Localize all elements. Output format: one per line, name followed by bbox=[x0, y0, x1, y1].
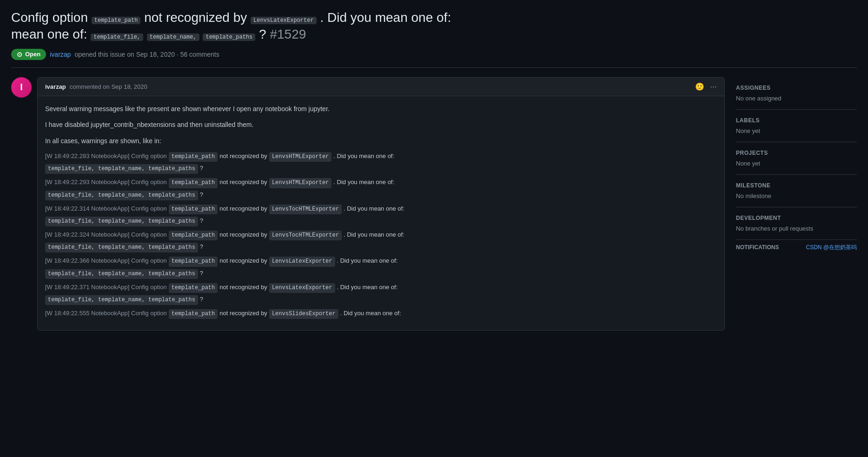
notifications-user[interactable]: CSDN @在想奶茶吗 bbox=[806, 244, 857, 252]
log-prefix-6: [W 18:49:22.555 NotebookApp] Config opti… bbox=[45, 309, 167, 318]
title-code4: template_name, bbox=[147, 33, 199, 41]
log-entries: [W 18:49:22.283 NotebookApp] Config opti… bbox=[45, 152, 717, 319]
log-code-exporter-1: LenvsHTMLExporter bbox=[269, 178, 331, 188]
comment-date: commented on Sep 18, 2020 bbox=[70, 83, 147, 90]
labels-label: Labels bbox=[736, 117, 857, 124]
log-code-main-2: template_path bbox=[169, 205, 218, 214]
log-line-6: [W 18:49:22.555 NotebookApp] Config opti… bbox=[45, 309, 717, 319]
comment-body: Several warning messages like the presen… bbox=[38, 96, 724, 331]
log-code-options-2: template_file, template_name, template_p… bbox=[45, 217, 198, 226]
log-prefix-2: [W 18:49:22.314 NotebookApp] Config opti… bbox=[45, 204, 167, 214]
log-line-4: [W 18:49:22.366 NotebookApp] Config opti… bbox=[45, 256, 717, 266]
page-container: Config option template_path not recogniz… bbox=[0, 0, 868, 340]
sidebar-labels: Labels None yet bbox=[736, 110, 857, 142]
comment-block: I ivarzap commented on Sep 18, 2020 🙂 ··… bbox=[11, 77, 725, 331]
log-prefix-3: [W 18:49:22.324 NotebookApp] Config opti… bbox=[45, 230, 167, 240]
sidebar-milestone: Milestone No milestone bbox=[736, 175, 857, 207]
log-line-3: [W 18:49:22.324 NotebookApp] Config opti… bbox=[45, 230, 717, 240]
log-code-exporter-5: LenvsLatexExporter bbox=[269, 283, 335, 293]
log-entry-2: [W 18:49:22.314 NotebookApp] Config opti… bbox=[45, 204, 717, 226]
log-code-main-1: template_path bbox=[169, 178, 218, 188]
avatar: I bbox=[11, 77, 32, 98]
comment-container: ivarzap commented on Sep 18, 2020 🙂 ··· … bbox=[37, 77, 725, 331]
notifications-label: Notifications bbox=[736, 244, 779, 251]
title-line2-prefix: mean one of: bbox=[11, 27, 87, 41]
log-entry-0: [W 18:49:22.283 NotebookApp] Config opti… bbox=[45, 152, 717, 174]
issue-meta: Open ivarzap opened this issue on Sep 18… bbox=[11, 49, 857, 60]
status-badge: Open bbox=[11, 49, 46, 60]
emoji-button[interactable]: 🙂 bbox=[695, 82, 704, 91]
log-code-options-4: template_file, template_name, template_p… bbox=[45, 269, 198, 279]
title-code3: template_file, bbox=[91, 33, 143, 41]
main-layout: I ivarzap commented on Sep 18, 2020 🙂 ··… bbox=[11, 77, 857, 331]
title-prefix: Config option bbox=[11, 10, 88, 25]
comment-header-right: 🙂 ··· bbox=[695, 82, 717, 91]
title-code2: LenvsLatexExporter bbox=[251, 17, 317, 24]
log-options-line-1: template_file, template_name, template_p… bbox=[45, 190, 717, 200]
log-code-main-4: template_path bbox=[169, 257, 218, 266]
development-value: No branches or pull requests bbox=[736, 225, 857, 232]
log-code-options-0: template_file, template_name, template_p… bbox=[45, 164, 198, 174]
development-label: Development bbox=[736, 215, 857, 221]
comment-author[interactable]: ivarzap bbox=[45, 83, 66, 90]
comment-header: ivarzap commented on Sep 18, 2020 🙂 ··· bbox=[38, 78, 724, 96]
log-entry-1: [W 18:49:22.293 NotebookApp] Config opti… bbox=[45, 178, 717, 200]
log-line-0: [W 18:49:22.283 NotebookApp] Config opti… bbox=[45, 152, 717, 162]
log-options-line-4: template_file, template_name, template_p… bbox=[45, 269, 717, 279]
projects-value: None yet bbox=[736, 160, 857, 167]
assignees-value: No one assigned bbox=[736, 95, 857, 102]
avatar-letter: I bbox=[20, 82, 23, 93]
log-code-exporter-0: LenvsHTMLExporter bbox=[269, 152, 331, 162]
log-code-exporter-6: LenvsSlidesExporter bbox=[269, 309, 338, 319]
log-prefix-0: [W 18:49:22.283 NotebookApp] Config opti… bbox=[45, 152, 167, 161]
title-middle: not recognized by bbox=[144, 10, 247, 25]
issue-title: Config option template_path not recogniz… bbox=[11, 9, 857, 43]
issue-opened-text: opened this issue on Sep 18, 2020 · 56 c… bbox=[74, 51, 219, 58]
issue-header: Config option template_path not recogniz… bbox=[11, 9, 857, 68]
sidebar-projects: Projects None yet bbox=[736, 142, 857, 175]
assignees-label: Assignees bbox=[736, 85, 857, 91]
sidebar-notifications: Notifications CSDN @在想奶茶吗 bbox=[736, 240, 857, 259]
log-line-2: [W 18:49:22.314 NotebookApp] Config opti… bbox=[45, 204, 717, 214]
body-line3: In all cases, warnings are shown, like i… bbox=[45, 136, 717, 146]
sidebar: Assignees No one assigned Labels None ye… bbox=[736, 77, 857, 331]
issue-author[interactable]: ivarzap bbox=[50, 51, 71, 58]
log-code-options-3: template_file, template_name, template_p… bbox=[45, 243, 198, 252]
log-code-options-5: template_file, template_name, template_p… bbox=[45, 295, 198, 305]
log-code-exporter-4: LenvsLatexExporter bbox=[269, 257, 335, 266]
log-line-5: [W 18:49:22.371 NotebookApp] Config opti… bbox=[45, 283, 717, 293]
content-area: I ivarzap commented on Sep 18, 2020 🙂 ··… bbox=[11, 77, 725, 331]
log-code-exporter-3: LenvsTocHTMLExporter bbox=[269, 231, 342, 240]
comment-header-left: ivarzap commented on Sep 18, 2020 bbox=[45, 83, 147, 90]
sidebar-assignees: Assignees No one assigned bbox=[736, 77, 857, 110]
issue-number: #1529 bbox=[270, 27, 306, 41]
log-code-options-1: template_file, template_name, template_p… bbox=[45, 191, 198, 200]
labels-value: None yet bbox=[736, 127, 857, 134]
log-options-line-0: template_file, template_name, template_p… bbox=[45, 164, 717, 174]
log-entry-4: [W 18:49:22.366 NotebookApp] Config opti… bbox=[45, 256, 717, 278]
log-prefix-5: [W 18:49:22.371 NotebookApp] Config opti… bbox=[45, 283, 167, 292]
sidebar-development: Development No branches or pull requests bbox=[736, 207, 857, 240]
log-entry-6: [W 18:49:22.555 NotebookApp] Config opti… bbox=[45, 309, 717, 319]
log-options-line-2: template_file, template_name, template_p… bbox=[45, 216, 717, 226]
log-entry-3: [W 18:49:22.324 NotebookApp] Config opti… bbox=[45, 230, 717, 252]
milestone-value: No milestone bbox=[736, 192, 857, 199]
title-line2-suffix: ? bbox=[259, 27, 266, 41]
body-line2: I have disabled jupyter_contrib_nbextens… bbox=[45, 119, 717, 130]
log-options-line-3: template_file, template_name, template_p… bbox=[45, 242, 717, 252]
more-options-button[interactable]: ··· bbox=[710, 82, 717, 91]
projects-label: Projects bbox=[736, 150, 857, 156]
title-suffix: . Did you mean one of: bbox=[320, 10, 451, 25]
log-entry-5: [W 18:49:22.371 NotebookApp] Config opti… bbox=[45, 283, 717, 305]
milestone-label: Milestone bbox=[736, 182, 857, 189]
title-code1: template_path bbox=[92, 17, 141, 24]
log-code-exporter-2: LenvsTocHTMLExporter bbox=[269, 205, 342, 214]
log-prefix-4: [W 18:49:22.366 NotebookApp] Config opti… bbox=[45, 256, 167, 266]
log-line-1: [W 18:49:22.293 NotebookApp] Config opti… bbox=[45, 178, 717, 188]
log-code-main-0: template_path bbox=[169, 152, 218, 162]
log-code-main-6: template_path bbox=[169, 309, 218, 319]
title-code5: template_paths bbox=[203, 33, 255, 41]
log-code-main-5: template_path bbox=[169, 283, 218, 293]
body-line1: Several warning messages like the presen… bbox=[45, 104, 717, 114]
log-code-main-3: template_path bbox=[169, 231, 218, 240]
